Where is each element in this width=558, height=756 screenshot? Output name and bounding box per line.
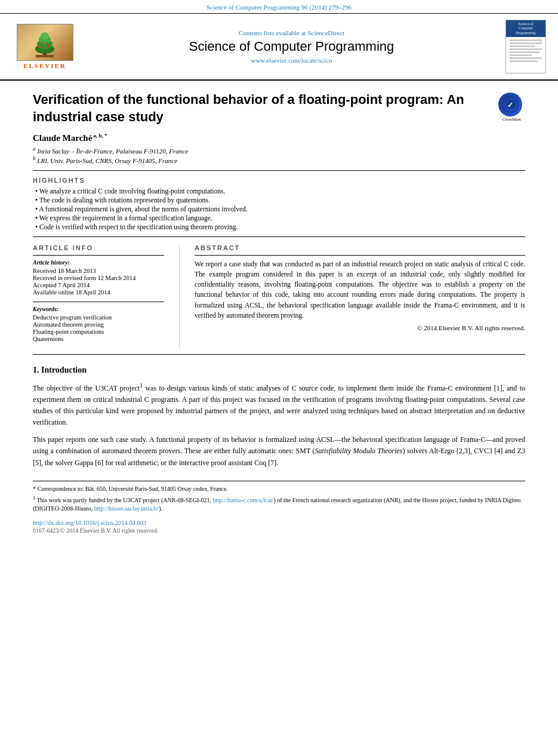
title-section: ✓ CrossMark Verification of the function… [33,91,525,125]
main-content: ✓ CrossMark Verification of the function… [0,81,558,546]
svg-point-5 [41,32,49,39]
article-info-label: ARTICLE INFO [33,244,164,251]
svg-rect-1 [36,55,54,57]
section-title: Introduction [41,365,87,374]
journal-url[interactable]: www.elsevier.com/locate/scico [84,57,500,64]
accepted-date: Accepted 7 April 2014 [33,282,164,288]
highlights-label: HIGHLIGHTS [33,177,525,184]
article-info-abstract: ARTICLE INFO Article history: Received 1… [33,244,525,348]
crossmark-icon: ✓ [498,93,522,116]
article-info-column: ARTICLE INFO Article history: Received 1… [33,244,164,348]
cover-image: Science ofComputerProgramming [505,20,546,73]
keyword-2: Automated theorem proving [33,321,164,328]
doi-section: http://dx.doi.org/10.1016/j.scico.2014.0… [33,518,525,534]
crossmark-label: CrossMark [498,117,525,122]
divider-3 [33,354,525,355]
author-name: Claude Marché [33,133,92,143]
abstract-divider [195,255,525,256]
cover-title-text: Science ofComputerProgramming [516,22,536,35]
authors-line: Claude Marché a, b, * [33,133,525,143]
revised-date: Received in revised form 12 March 2014 [33,275,164,281]
keyword-3: Floating-point computations [33,328,164,335]
journal-reference: Science of Computer Programming 96 (2014… [0,0,558,14]
divider-2 [33,236,525,237]
journal-ref-text: Science of Computer Programming 96 (2014… [206,4,352,11]
highlight-item-5: • Code is verified with respect to the s… [33,223,525,231]
journal-header-center: Contents lists available at ScienceDirec… [84,29,500,64]
hisseo-link[interactable]: http://hisseo.saclay.inria.fr/ [94,505,159,512]
intro-heading: 1. Introduction [33,365,525,375]
abstract-copyright: © 2014 Elsevier B.V. All rights reserved… [195,324,525,331]
available-date: Available online 18 April 2014 [33,289,164,296]
intro-paragraph-1: The objective of the U3CAT project1 was … [33,381,525,429]
divider-1 [33,170,525,171]
keywords-label: Keywords: [33,306,164,312]
svg-point-7 [47,45,50,47]
highlights-list: • We analyze a critical C code involving… [33,188,525,231]
keywords-divider [33,302,164,302]
svg-point-8 [42,41,44,43]
highlight-item-1: • We analyze a critical C code involving… [33,188,525,195]
journal-cover-thumbnail: Science ofComputerProgramming [505,20,546,73]
aff-b-text: LRI, Univ. Paris-Sud, CNRS, Orsay F-9140… [37,157,177,164]
affiliations: a Inria Saclay – Île-de-France, Palaisea… [33,146,525,164]
cover-top-band: Science ofComputerProgramming [506,20,545,37]
science-direct-link[interactable]: ScienceDirect [307,29,344,36]
highlight-item-4: • We express the requirement in a formal… [33,214,525,222]
author-superscripts: a, b, * [92,133,107,139]
affiliation-b: b LRI, Univ. Paris-Sud, CNRS, Orsay F-91… [33,155,525,164]
elsevier-wordmark: ELSEVIER [23,62,66,69]
logo-tree-image [17,24,73,61]
highlight-item-2: • The code is dealing with rotations rep… [33,196,525,204]
journal-title: Science of Computer Programming [84,39,500,54]
abstract-label: ABSTRACT [195,244,525,251]
footnote-star: * Correspondence to: Bât. 650, Universit… [33,485,525,493]
keyword-1: Deductive program verification [33,314,164,321]
doi-link[interactable]: http://dx.doi.org/10.1016/j.scico.2014.0… [33,520,146,526]
svg-point-9 [47,42,48,44]
column-divider [179,244,180,348]
intro-paragraph-2: This paper reports one such case study. … [33,434,525,469]
paper-title: Verification of the functional behavior … [33,91,525,125]
highlight-item-3: • A functional requirement is given, abo… [33,205,525,213]
contents-label: Contents lists available at [239,29,306,36]
highlights-section: HIGHLIGHTS • We analyze a critical C cod… [33,177,525,231]
journal-header: ELSEVIER Contents lists available at Sci… [0,14,558,81]
footnote-1: 1 This work was partly funded by the U3C… [33,495,525,513]
science-direct-label: Contents lists available at ScienceDirec… [84,29,500,36]
crossmark-badge[interactable]: ✓ CrossMark [498,93,525,119]
section-number: 1. [33,365,39,374]
abstract-text: We report a case study that was conducte… [195,259,525,321]
u3cat-link[interactable]: http://frama-c.com/u3cat/ [213,497,274,503]
svg-point-6 [39,46,41,48]
aff-a-text: Inria Saclay – Île-de-France, Palaiseau … [37,147,188,155]
footnotes-section: * Correspondence to: Bât. 650, Universit… [33,481,525,513]
introduction-section: 1. Introduction The objective of the U3C… [33,365,525,469]
cover-body [506,37,545,73]
info-divider [33,255,164,256]
svg-text:✓: ✓ [507,101,513,109]
abstract-column: ABSTRACT We report a case study that was… [195,244,525,348]
received-date: Received 18 March 2013 [33,268,164,274]
keyword-4: Quaternions [33,336,164,342]
elsevier-logo: ELSEVIER [12,24,78,69]
keywords-section: Keywords: Deductive program verification… [33,306,164,342]
affiliation-a: a Inria Saclay – Île-de-France, Palaisea… [33,146,525,155]
article-history: Article history: Received 18 March 2013 … [33,259,164,296]
issn-line: 0167-6423/© 2014 Elsevier B.V. All right… [33,527,525,534]
history-label: Article history: [33,259,164,266]
